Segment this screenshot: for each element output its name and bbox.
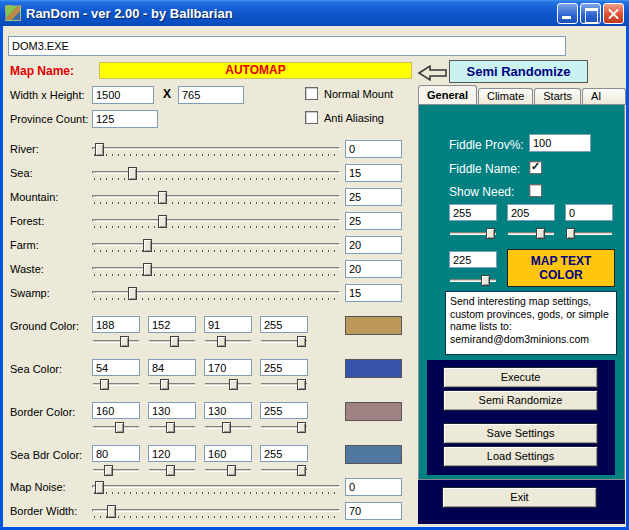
slider-thumb[interactable] [160,379,169,390]
normal-mount-checkbox[interactable] [305,87,318,100]
border-color-field-r[interactable] [92,402,140,419]
tab-general[interactable]: General [418,85,477,105]
border-width-value-field[interactable] [345,502,402,520]
sea-color-field-b[interactable] [204,359,252,376]
map-text-color-button[interactable]: MAP TEXT COLOR [507,249,615,287]
semi-randomize-button[interactable]: Semi Randomize [443,390,598,411]
ground-color-slider-a[interactable] [260,336,308,347]
forest-value-field[interactable] [345,212,402,230]
slider-thumb[interactable] [297,465,306,476]
slider-thumb[interactable] [115,422,124,433]
farm-slider-thumb[interactable] [143,239,152,252]
province-count-field[interactable] [92,110,158,128]
slider-thumb[interactable] [297,422,306,433]
border-color-slider-a[interactable] [260,422,308,433]
waste-value-field[interactable] [345,260,402,278]
slider-thumb[interactable] [170,336,179,347]
sea-bdr-color-slider-a[interactable] [260,465,308,476]
slider-thumb[interactable] [104,465,113,476]
close-button[interactable] [603,3,624,24]
sea-color-slider-a[interactable] [260,379,308,390]
slider-thumb[interactable] [166,422,175,433]
map-text-color-b-field[interactable] [565,204,613,221]
sea-color-slider-r[interactable] [92,379,140,390]
sea-bdr-color-slider-b[interactable] [204,465,252,476]
sea-color-field-a[interactable] [260,359,308,376]
border-color-field-g[interactable] [148,402,196,419]
show-need-checkbox[interactable] [529,184,542,197]
slider-thumb[interactable] [222,422,231,433]
waste-slider-thumb[interactable] [143,263,152,276]
border-color-slider-r[interactable] [92,422,140,433]
anti-aliasing-checkbox[interactable] [305,111,318,124]
tab-ai-gods[interactable]: AI Gods [582,88,626,105]
maximize-button[interactable] [580,3,601,24]
map-noise-slider-thumb[interactable] [95,481,104,494]
sea-color-slider-g[interactable] [148,379,196,390]
slider-thumb[interactable] [217,336,226,347]
exe-field[interactable] [8,36,566,56]
ground-color-field-b[interactable] [204,316,252,333]
waste-slider[interactable] [90,261,342,279]
slider-thumb[interactable] [481,275,490,286]
border-color-field-a[interactable] [260,402,308,419]
exit-button[interactable]: Exit [442,487,597,508]
height-field[interactable] [178,86,244,104]
execute-button[interactable]: Execute [443,367,598,388]
map-noise-value-field[interactable] [345,478,402,496]
slider-thumb[interactable] [297,336,306,347]
sea-value-field[interactable] [345,164,402,182]
swamp-slider[interactable] [90,285,342,303]
mountain-slider[interactable] [90,189,342,207]
tab-starts[interactable]: Starts [534,88,581,105]
fiddle-prov-field[interactable] [529,134,591,152]
sea-bdr-color-field-r[interactable] [92,445,140,462]
sea-slider-thumb[interactable] [128,167,137,180]
border-width-slider[interactable] [90,503,342,521]
slider-thumb[interactable] [536,228,545,239]
map-text-extra-slider[interactable] [449,275,497,286]
map-text-color-g-slider[interactable] [507,228,555,239]
ground-color-slider-r[interactable] [92,336,140,347]
save-settings-button[interactable]: Save Settings [443,423,598,444]
sea-color-slider-b[interactable] [204,379,252,390]
sea-bdr-color-field-g[interactable] [148,445,196,462]
mountain-value-field[interactable] [345,188,402,206]
ground-color-field-g[interactable] [148,316,196,333]
border-color-slider-g[interactable] [148,422,196,433]
ground-color-field-a[interactable] [260,316,308,333]
map-noise-slider[interactable] [90,479,342,497]
border-color-field-b[interactable] [204,402,252,419]
map-text-color-r-slider[interactable] [449,228,497,239]
farm-value-field[interactable] [345,236,402,254]
ground-color-slider-g[interactable] [148,336,196,347]
map-name-field[interactable]: AUTOMAP [99,62,412,79]
ground-color-field-r[interactable] [92,316,140,333]
forest-slider-thumb[interactable] [158,215,167,228]
map-text-extra-field[interactable] [449,251,497,268]
slider-thumb[interactable] [227,465,236,476]
slider-thumb[interactable] [229,379,238,390]
sea-bdr-color-slider-g[interactable] [148,465,196,476]
map-text-color-g-field[interactable] [507,204,555,221]
river-slider[interactable] [90,141,342,159]
slider-thumb[interactable] [166,465,175,476]
forest-slider[interactable] [90,213,342,231]
sea-bdr-color-field-a[interactable] [260,445,308,462]
minimize-button[interactable] [557,3,578,24]
river-slider-thumb[interactable] [95,143,104,156]
sea-slider[interactable] [90,165,342,183]
sea-bdr-color-slider-r[interactable] [92,465,140,476]
slider-thumb[interactable] [486,228,495,239]
sea-color-field-r[interactable] [92,359,140,376]
map-text-color-b-slider[interactable] [565,228,613,239]
slider-thumb[interactable] [100,379,109,390]
slider-thumb[interactable] [566,228,575,239]
fiddle-name-checkbox[interactable] [529,161,542,174]
swamp-slider-thumb[interactable] [128,287,137,300]
slider-thumb[interactable] [297,379,306,390]
sea-color-field-g[interactable] [148,359,196,376]
ground-color-slider-b[interactable] [204,336,252,347]
sea-bdr-color-field-b[interactable] [204,445,252,462]
border-color-slider-b[interactable] [204,422,252,433]
